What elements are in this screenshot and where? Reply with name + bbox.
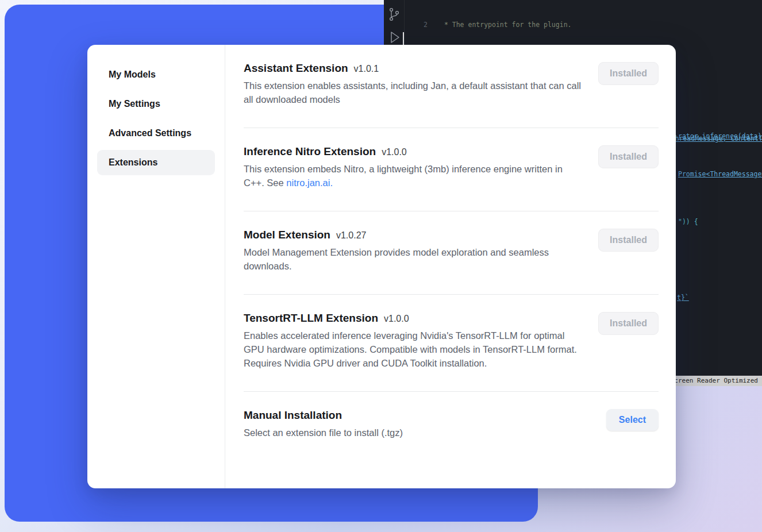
extensions-panel: Assistant Extension v1.0.1 This extensio… bbox=[225, 45, 676, 488]
extension-version: v1.0.1 bbox=[354, 64, 379, 74]
code-line: 2 * The entrypoint for the plugin. bbox=[416, 20, 762, 30]
extension-title: TensortRT-LLM Extension bbox=[244, 312, 378, 325]
settings-modal: My Models My Settings Advanced Settings … bbox=[87, 45, 676, 488]
installed-button[interactable]: Installed bbox=[598, 62, 659, 85]
extension-version: v1.0.27 bbox=[336, 230, 366, 241]
select-button[interactable]: Select bbox=[606, 409, 659, 431]
nitro-jan-ai-link[interactable]: nitro.jan.ai. bbox=[286, 178, 333, 188]
extension-description: Enables accelerated inference leveraging… bbox=[244, 329, 583, 370]
extension-row: Inference Nitro Extension v1.0.0 This ex… bbox=[244, 128, 659, 211]
extension-description: This extension enables assistants, inclu… bbox=[244, 79, 583, 106]
sidebar-item-my-models[interactable]: My Models bbox=[97, 62, 215, 87]
extension-description: Model Management Extension provides mode… bbox=[244, 245, 583, 273]
code-text: * The entrypoint for the plugin. bbox=[440, 20, 571, 30]
sidebar-item-label: Extensions bbox=[109, 157, 157, 168]
extension-row: TensortRT-LLM Extension v1.0.0 Enables a… bbox=[244, 294, 659, 391]
sidebar-item-advanced-settings[interactable]: Advanced Settings bbox=[97, 121, 215, 146]
screen-reader-chip: Screen Reader Optimized bbox=[667, 376, 762, 386]
extension-title: Assistant Extension bbox=[244, 62, 348, 75]
extension-title: Inference Nitro Extension bbox=[244, 145, 376, 158]
sidebar-item-label: My Settings bbox=[109, 99, 160, 109]
extension-version: v1.0.0 bbox=[384, 314, 409, 324]
manual-installation-title: Manual Installation bbox=[244, 409, 342, 422]
manual-installation-row: Manual Installation Select an extension … bbox=[244, 391, 659, 461]
sidebar-item-my-settings[interactable]: My Settings bbox=[97, 91, 215, 117]
extension-row: Model Extension v1.0.27 Model Management… bbox=[244, 211, 659, 294]
extension-description: This extension embeds Nitro, a lightweig… bbox=[244, 162, 583, 190]
code-fragment: t}` bbox=[677, 294, 689, 302]
installed-button[interactable]: Installed bbox=[598, 229, 659, 252]
git-branch-icon bbox=[388, 7, 400, 24]
sidebar-item-label: My Models bbox=[109, 70, 156, 80]
extension-row: Assistant Extension v1.0.1 This extensio… bbox=[244, 45, 659, 128]
manual-installation-description: Select an extension file to install (.tg… bbox=[244, 426, 403, 440]
sidebar-item-label: Advanced Settings bbox=[109, 128, 191, 138]
code-fragment: Promise<ThreadMessage> bbox=[678, 170, 762, 178]
installed-button[interactable]: Installed bbox=[598, 312, 659, 335]
code-fragment: rator.inference(data)); bbox=[678, 132, 762, 140]
installed-button[interactable]: Installed bbox=[598, 145, 659, 168]
sidebar-item-extensions[interactable]: Extensions bbox=[97, 150, 215, 175]
extension-version: v1.0.0 bbox=[382, 147, 407, 157]
line-number: 2 bbox=[416, 20, 428, 30]
code-fragment: ")) { bbox=[678, 218, 698, 226]
settings-sidebar: My Models My Settings Advanced Settings … bbox=[87, 45, 225, 488]
extension-title: Model Extension bbox=[244, 229, 330, 241]
